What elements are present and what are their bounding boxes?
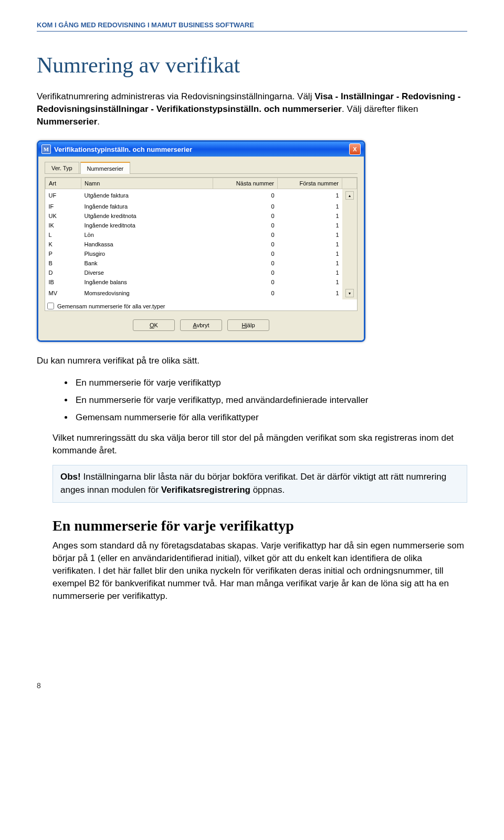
scroll-gutter bbox=[342, 221, 357, 230]
table-row[interactable]: IBIngående balans01 bbox=[46, 277, 357, 287]
scroll-down-icon[interactable]: ▾ bbox=[345, 289, 354, 297]
cancel-button[interactable]: Avbryt bbox=[180, 319, 222, 331]
cell-nasta: 0 bbox=[213, 277, 278, 287]
cell-forsta: 1 bbox=[278, 287, 342, 299]
cell-forsta: 1 bbox=[278, 230, 342, 240]
cancel-label-rest: vbryt bbox=[197, 322, 209, 328]
settings-dialog: M Verifikationstypinställn. och nummerse… bbox=[37, 140, 365, 342]
col-nasta[interactable]: Nästa nummer bbox=[213, 178, 278, 189]
cell-art: IK bbox=[46, 221, 81, 230]
scroll-gutter bbox=[342, 277, 357, 287]
section-body: Anges som standard då ny företagsdatabas… bbox=[52, 540, 467, 603]
cell-nasta: 0 bbox=[213, 202, 278, 211]
cell-namn: Ingående balans bbox=[81, 277, 213, 287]
scroll-gutter: ▾ bbox=[342, 287, 357, 299]
cell-nasta: 0 bbox=[213, 240, 278, 249]
list-item: Gemensam nummerserie för alla verifikatt… bbox=[74, 410, 467, 426]
cell-art: IF bbox=[46, 202, 81, 211]
table-row[interactable]: UFUtgående faktura01▴ bbox=[46, 189, 357, 202]
cell-art: B bbox=[46, 258, 81, 268]
scroll-gutter bbox=[342, 230, 357, 240]
table-row[interactable]: MVMomsredovisning01▾ bbox=[46, 287, 357, 299]
table-row[interactable]: IKIngående kreditnota01 bbox=[46, 221, 357, 230]
cancel-label-u: A bbox=[193, 322, 197, 328]
cell-nasta: 0 bbox=[213, 211, 278, 221]
table-row[interactable]: LLön01 bbox=[46, 230, 357, 240]
cell-namn: Ingående kreditnota bbox=[81, 221, 213, 230]
cell-art: UK bbox=[46, 211, 81, 221]
cell-namn: Utgående faktura bbox=[81, 189, 213, 202]
callout-bold: Verifikatsregistrering bbox=[161, 485, 250, 495]
scroll-gutter bbox=[342, 268, 357, 277]
table-row[interactable]: BBank01 bbox=[46, 258, 357, 268]
callout-text-c: öppnas. bbox=[250, 485, 285, 495]
intro-bold-2: Nummerserier bbox=[37, 117, 97, 127]
tab-nummerserier[interactable]: Nummerserier bbox=[80, 162, 131, 174]
scroll-up-icon[interactable]: ▴ bbox=[345, 191, 354, 200]
list-item: En nummerserie för varje verifikattyp bbox=[74, 376, 467, 391]
cell-forsta: 1 bbox=[278, 258, 342, 268]
common-series-label: Gemensam nummerserie för alla ver.typer bbox=[57, 303, 165, 309]
close-button[interactable]: X bbox=[349, 143, 361, 155]
table-row[interactable]: IFIngående faktura01 bbox=[46, 202, 357, 211]
scroll-gutter bbox=[342, 240, 357, 249]
cell-forsta: 1 bbox=[278, 211, 342, 221]
bullet-list: En nummerserie för varje verifikattyp En… bbox=[37, 376, 467, 426]
app-icon: M bbox=[41, 144, 51, 154]
intro-text-c: . Välj därefter fliken bbox=[342, 104, 418, 114]
scroll-gutter bbox=[342, 258, 357, 268]
col-namn[interactable]: Namn bbox=[81, 178, 213, 189]
common-series-checkbox[interactable] bbox=[47, 303, 54, 309]
document-header: KOM I GÅNG MED REDOVISNING I MAMUT BUSIN… bbox=[37, 21, 467, 32]
table-row[interactable]: DDiverse01 bbox=[46, 268, 357, 277]
cell-art: IB bbox=[46, 277, 81, 287]
cell-forsta: 1 bbox=[278, 268, 342, 277]
cell-art: L bbox=[46, 230, 81, 240]
scroll-gutter: ▴ bbox=[342, 189, 357, 202]
cell-art: MV bbox=[46, 287, 81, 299]
cell-art: UF bbox=[46, 189, 81, 202]
follow-paragraph: Vilket numreringssätt du ska välja beror… bbox=[52, 432, 467, 457]
col-art[interactable]: Art bbox=[46, 178, 81, 189]
cell-art: P bbox=[46, 249, 81, 258]
table-row[interactable]: KHandkassa01 bbox=[46, 240, 357, 249]
cell-forsta: 1 bbox=[278, 277, 342, 287]
callout-lead: Obs! bbox=[60, 472, 81, 482]
ok-button[interactable]: OK bbox=[133, 319, 175, 331]
cell-nasta: 0 bbox=[213, 189, 278, 202]
cell-nasta: 0 bbox=[213, 249, 278, 258]
cell-forsta: 1 bbox=[278, 202, 342, 211]
section-heading: En nummerserie för varje verifikattyp bbox=[52, 517, 467, 534]
intro-paragraph: Verifikatnumrering administreras via Red… bbox=[37, 90, 467, 128]
number-series-table-frame: Art Namn Nästa nummer Första nummer UFUt… bbox=[45, 177, 358, 311]
obs-callout: Obs! Inställningarna blir låsta när du b… bbox=[52, 465, 467, 502]
cell-nasta: 0 bbox=[213, 230, 278, 240]
cell-forsta: 1 bbox=[278, 189, 342, 202]
list-item: En nummerserie för varje verifikattyp, m… bbox=[74, 393, 467, 408]
cell-art: K bbox=[46, 240, 81, 249]
intro-text-e: . bbox=[97, 117, 100, 127]
help-button[interactable]: Hjälp bbox=[227, 319, 269, 331]
cell-forsta: 1 bbox=[278, 240, 342, 249]
close-icon: X bbox=[353, 146, 356, 152]
table-row[interactable]: PPlusgiro01 bbox=[46, 249, 357, 258]
tab-ver-typ[interactable]: Ver. Typ bbox=[45, 162, 79, 173]
scroll-gutter bbox=[342, 202, 357, 211]
cell-namn: Bank bbox=[81, 258, 213, 268]
cell-nasta: 0 bbox=[213, 268, 278, 277]
table-row[interactable]: UKUtgående kreditnota01 bbox=[46, 211, 357, 221]
body-text-1: Du kan numrera verifikat på tre olika sä… bbox=[37, 355, 467, 367]
cell-namn: Diverse bbox=[81, 268, 213, 277]
dialog-titlebar: M Verifikationstypinställn. och nummerse… bbox=[38, 142, 364, 157]
cell-forsta: 1 bbox=[278, 221, 342, 230]
col-scroll bbox=[342, 178, 357, 189]
cell-nasta: 0 bbox=[213, 287, 278, 299]
cell-forsta: 1 bbox=[278, 249, 342, 258]
scroll-gutter bbox=[342, 211, 357, 221]
cell-namn: Utgående kreditnota bbox=[81, 211, 213, 221]
intro-text-a: Verifikatnumrering administreras via Red… bbox=[37, 91, 314, 101]
help-label-rest: jälp bbox=[246, 322, 255, 328]
cell-nasta: 0 bbox=[213, 221, 278, 230]
cell-namn: Lön bbox=[81, 230, 213, 240]
col-forsta[interactable]: Första nummer bbox=[278, 178, 342, 189]
